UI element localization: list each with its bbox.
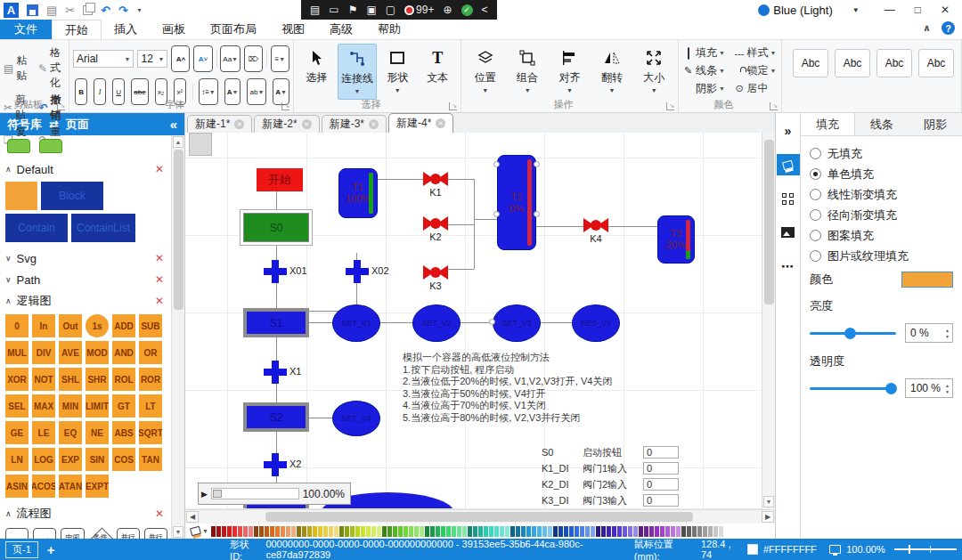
color-swatch[interactable] [297,526,301,537]
sidebar-scrollbar[interactable]: ▲ ▼ [171,135,184,539]
change-case-button[interactable]: Aa▼ [220,45,240,72]
color-swatch[interactable] [532,526,536,537]
group-button[interactable]: 组合▼ [507,44,547,100]
logic-symbol[interactable]: Out [59,314,82,337]
ribbon-tab[interactable]: 画板 [150,20,198,39]
page-tab[interactable]: 页-1 [5,541,38,558]
io-value-input[interactable]: 0 [643,494,679,507]
logic-symbol[interactable]: NOT [32,368,55,391]
close-tab-icon[interactable]: ✕ [234,119,244,129]
color-swatch[interactable] [585,526,590,537]
scroll-up-icon[interactable]: ▲ [173,136,183,148]
color-swatch[interactable] [569,526,574,537]
color-swatch[interactable] [371,526,376,537]
color-swatch[interactable] [558,526,563,537]
color-swatch[interactable] [591,526,595,537]
recorder-badge[interactable]: 99+ [404,4,434,16]
start-button-shape[interactable]: 开始 [257,168,303,191]
color-swatch[interactable] [484,526,488,537]
flip-button[interactable]: 翻转▼ [591,44,632,100]
color-swatch[interactable] [227,526,232,537]
io-value-input[interactable]: 0 [643,478,679,491]
color-swatch[interactable] [414,526,419,537]
color-swatch[interactable] [601,526,606,537]
logic-symbol[interactable]: LT [139,394,162,418]
color-swatch[interactable] [393,526,397,537]
close-tab-icon[interactable]: ✕ [369,119,379,129]
color-swatch[interactable] [505,526,510,537]
flow-symbol[interactable]: 条件节点 [89,528,112,539]
tank-t2[interactable]: T2 0% [497,155,536,250]
logic-symbol[interactable]: OR [139,341,162,364]
color-swatch[interactable] [697,526,702,537]
tank-t1[interactable]: T1 100% [338,168,378,218]
color-swatch[interactable] [254,526,258,537]
format-painter-button[interactable]: ✎格式化 [38,45,65,91]
collapse-recorder-icon[interactable]: < [482,4,488,16]
io-value-input[interactable]: 0 [643,446,679,459]
symbol-block[interactable]: Block [41,182,103,210]
logic-symbol[interactable]: ROR [139,368,162,391]
accessibility-icon[interactable]: ⊕ [443,4,452,16]
color-swatch[interactable] [387,526,392,537]
logic-symbol[interactable]: SHL [59,368,82,391]
logic-symbol[interactable]: LE [32,421,55,444]
color-swatch[interactable] [446,526,451,537]
section-default[interactable]: ∧ Default ✕ [5,158,169,180]
logic-symbol[interactable]: MAX [32,394,55,418]
color-swatch[interactable] [404,526,408,537]
color-swatch[interactable] [703,526,707,537]
recorder-capture-icon[interactable]: ▢ [386,4,395,16]
valve-k4[interactable]: K4 [583,218,608,244]
dialog-launcher-icon[interactable]: ↘ [281,102,289,110]
connection-point[interactable] [493,211,500,217]
minimize-button[interactable]: — [885,4,895,16]
logic-symbol[interactable]: In [32,314,55,337]
drawing-canvas[interactable]: 开始 T1 100% T2 0% [185,133,762,508]
color-swatch[interactable] [692,526,697,537]
color-swatch[interactable] [382,526,387,537]
color-swatch[interactable] [542,526,547,537]
position-button[interactable]: 位置▼ [465,44,505,100]
dialog-launcher-icon[interactable]: ↘ [666,102,674,110]
color-swatch[interactable] [457,526,461,537]
paste-button[interactable]: ▤粘贴 [4,45,29,91]
style-sample[interactable]: Abc [876,49,912,77]
logic-symbol[interactable]: MOD [86,341,109,364]
color-swatch[interactable] [441,526,445,537]
color-swatch[interactable] [366,526,371,537]
logic-symbol[interactable]: GE [5,421,29,444]
logic-symbol[interactable]: ACOS [32,475,55,498]
flow-symbol[interactable]: 中间节点 [61,528,84,539]
palette-bucket-button[interactable]: ▼ [191,527,208,535]
fill-option-radio[interactable]: 径向渐变填充 [810,205,953,225]
connection-point[interactable] [534,211,540,217]
section-logic[interactable]: ∧ 逻辑图 ✕ [5,290,169,312]
valve-k3[interactable]: K3 [423,265,448,291]
text-tool-button[interactable]: T 文本 [419,44,457,100]
logic-symbol[interactable]: XOR [5,368,29,391]
play-icon[interactable]: ▶ [201,490,208,499]
logic-symbol[interactable]: AND [112,341,135,364]
color-swatch[interactable] [425,526,429,537]
logic-symbol[interactable]: SHR [86,368,109,391]
align-menu-button[interactable]: ≡▼ [271,45,289,72]
symbol-containlist[interactable]: ContainList [71,214,135,242]
opacity-slider[interactable] [810,387,896,390]
color-swatch[interactable] [318,526,322,537]
save-icon[interactable] [27,4,38,16]
color-swatch[interactable] [216,526,221,537]
ellipse-set-v2[interactable]: SET_V2 [412,304,461,342]
color-swatch[interactable] [676,526,681,537]
color-swatch[interactable] [580,526,584,537]
arrange-panel-icon[interactable] [777,188,800,209]
stepper-icons[interactable]: ▲▼ [945,383,952,394]
ribbon-tab[interactable]: 页面布局 [198,20,269,39]
color-swatch[interactable] [265,526,269,537]
connection-point[interactable] [534,161,540,167]
font-family-select[interactable]: Arial▼ [73,50,134,68]
statusbar-zoom-slider[interactable] [894,548,957,550]
symbol-thumbnail[interactable] [39,139,62,153]
color-swatch[interactable] [307,526,312,537]
tank-t3[interactable]: T3 20% [657,215,695,264]
